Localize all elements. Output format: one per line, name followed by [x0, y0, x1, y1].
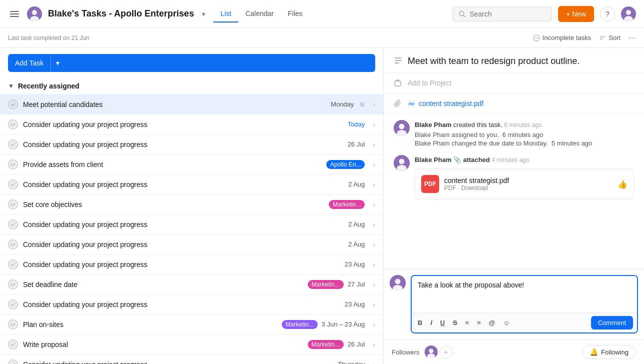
task-check[interactable] [8, 360, 18, 364]
task-arrow-icon: › [373, 340, 375, 348]
task-arrow-icon: › [373, 240, 375, 248]
task-check[interactable] [8, 220, 18, 230]
task-row[interactable]: Meet potential candidates Monday ⊞ › [0, 94, 383, 114]
task-check[interactable] [8, 180, 18, 190]
comment-submit-button[interactable]: Comment [591, 316, 633, 330]
pdf-file-icon: PDF [408, 100, 415, 107]
sub-header: Last task completed on 21 Jun Incomplete… [0, 28, 644, 48]
add-to-project[interactable]: Add to Project [384, 73, 644, 94]
task-date: 2 Aug [348, 240, 365, 248]
add-task-button[interactable]: Add Task ▾ [8, 54, 375, 72]
task-check[interactable] [8, 300, 18, 310]
search-input[interactable] [470, 10, 535, 18]
svg-line-4 [463, 15, 465, 17]
pdf-name: content strategist.pdf [444, 176, 509, 184]
task-meta: 23 Aug › [345, 300, 375, 308]
last-completed: Last task completed on 21 Jun [8, 34, 89, 42]
task-check[interactable] [8, 140, 18, 150]
numbered-list-button[interactable]: ≡ [475, 318, 483, 328]
emoji-button[interactable]: ☺ [501, 318, 512, 328]
filter-button[interactable]: Incomplete tasks [533, 34, 592, 42]
task-meta: 26 Jul › [348, 140, 375, 148]
task-arrow-icon: › [373, 220, 375, 228]
activity-item: Blake Pham created this task. 6 minutes … [394, 120, 634, 147]
user-avatar-main[interactable] [621, 6, 636, 22]
more-options-button[interactable]: ··· [629, 32, 636, 43]
chevron-down-icon[interactable]: ▾ [202, 10, 205, 18]
task-name: Consider updating your project progress [23, 180, 348, 188]
section-recently-assigned[interactable]: ▼ Recently assigned [0, 78, 383, 94]
comment-input[interactable]: Take a look at the proposal above! [412, 276, 637, 311]
pdf-card: PDF content strategist.pdf PDF · Downloa… [415, 168, 634, 200]
svg-point-37 [399, 158, 405, 164]
hamburger-menu[interactable] [8, 9, 21, 19]
task-arrow-icon: › [373, 140, 375, 148]
task-arrow-icon: › [373, 120, 375, 128]
task-check[interactable] [8, 280, 18, 290]
sort-button[interactable]: Sort [599, 34, 621, 42]
task-name: Set deadline date [23, 280, 308, 288]
tab-list[interactable]: List [213, 6, 238, 22]
task-name: Plan on-sites [23, 320, 282, 328]
task-date: Today [348, 120, 365, 128]
bold-button[interactable]: B [416, 318, 424, 328]
italic-button[interactable]: I [428, 318, 434, 328]
task-arrow-icon: › [373, 280, 375, 288]
task-row[interactable]: Consider updating your project progress … [0, 234, 383, 254]
task-check[interactable] [8, 340, 18, 350]
task-check[interactable] [8, 160, 18, 170]
task-row[interactable]: Consider updating your project progress … [0, 354, 383, 364]
mention-button[interactable]: @ [487, 318, 497, 328]
task-check[interactable] [8, 200, 18, 210]
comment-box-wrap: Take a look at the proposal above! B I U… [390, 275, 638, 334]
svg-point-1 [32, 10, 37, 15]
task-row[interactable]: Consider updating your project progress … [0, 254, 383, 274]
task-row[interactable]: Plan on-sites Marketin... 3 Jun – 23 Aug… [0, 314, 383, 334]
task-check[interactable] [8, 260, 18, 270]
strikethrough-button[interactable]: S [451, 318, 459, 328]
task-detail-icon [394, 56, 403, 65]
following-button[interactable]: 🔔 Following [582, 345, 636, 359]
task-row[interactable]: Consider updating your project progress … [0, 294, 383, 314]
pdf-meta: PDF · Download [444, 184, 509, 192]
task-tag: Marketin... [308, 280, 344, 289]
pdf-attachment[interactable]: PDF content strategist.pdf [408, 100, 484, 108]
task-check[interactable] [8, 240, 18, 250]
task-list: Meet potential candidates Monday ⊞ › Con… [0, 94, 383, 364]
task-row[interactable]: Set deadline date Marketin... 27 Jul › [0, 274, 383, 294]
attachment-section: PDF content strategist.pdf [384, 94, 644, 114]
underline-button[interactable]: U [438, 318, 447, 328]
task-row[interactable]: Consider updating your project progress … [0, 174, 383, 194]
activity-avatar-2 [394, 155, 410, 171]
activity-avatar-1 [394, 120, 410, 136]
tab-files[interactable]: Files [281, 6, 310, 22]
task-check[interactable] [8, 100, 18, 110]
task-check[interactable] [8, 120, 18, 130]
task-row[interactable]: Set core objectives Marketin... › [0, 194, 383, 214]
svg-point-34 [399, 124, 405, 130]
left-panel: Add Task ▾ ▼ Recently assigned Meet pote… [0, 48, 384, 364]
bullet-list-button[interactable]: ≡ [463, 318, 471, 328]
like-button[interactable]: 👍 [618, 180, 628, 189]
add-task-caret[interactable]: ▾ [51, 55, 64, 71]
new-button[interactable]: + New [558, 6, 594, 22]
task-row[interactable]: Consider updating your project progress … [0, 214, 383, 234]
task-date: 3 Jun – 23 Aug [322, 320, 365, 328]
main-layout: Add Task ▾ ▼ Recently assigned Meet pote… [0, 48, 644, 364]
task-row[interactable]: Consider updating your project progress … [0, 114, 383, 134]
help-button[interactable]: ? [600, 6, 615, 22]
task-meta: Marketin... 27 Jul › [308, 280, 375, 289]
add-follower-button[interactable]: + [440, 346, 453, 358]
task-meta: Marketin... 3 Jun – 23 Aug › [282, 320, 375, 329]
task-date: 23 Aug [345, 260, 365, 268]
tab-calendar[interactable]: Calendar [238, 6, 281, 22]
task-meta: Marketin... 26 Jul › [308, 340, 375, 349]
task-row[interactable]: Provide assets from client Apollo En... … [0, 154, 383, 174]
search-bar[interactable] [452, 6, 552, 22]
activity-sub-2: Blake Pham changed the due date to Monda… [415, 140, 634, 147]
comment-avatar [390, 275, 406, 291]
task-check[interactable] [8, 320, 18, 330]
left-panel-header: Add Task ▾ [0, 48, 383, 78]
task-row[interactable]: Consider updating your project progress … [0, 134, 383, 154]
task-row[interactable]: Write proposal Marketin... 26 Jul › [0, 334, 383, 354]
